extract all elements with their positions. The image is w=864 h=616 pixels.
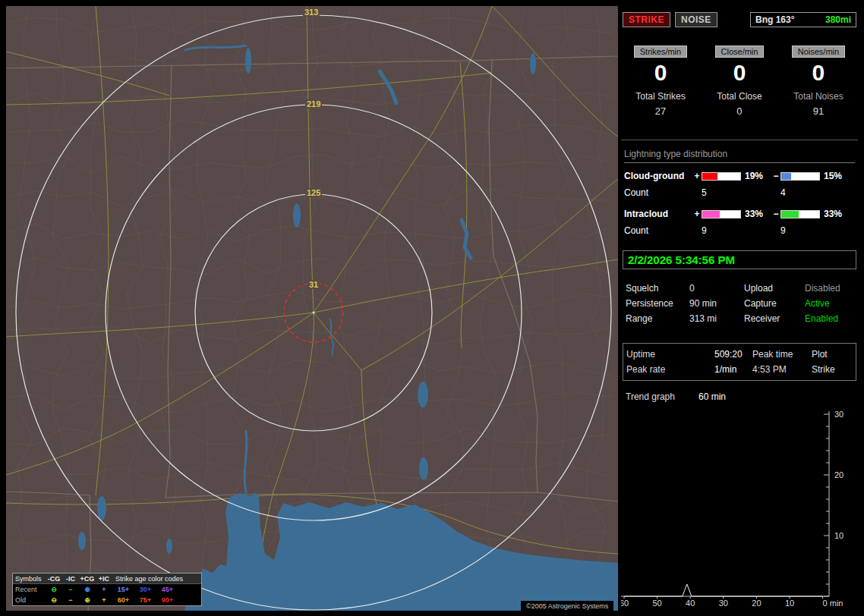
receiver-status: Enabled (805, 313, 838, 324)
x-axis-labels: 6050403020100 min (621, 599, 844, 608)
y-axis-labels: 302010 (834, 410, 844, 540)
stats-row: Uptime 509:20 Peak time Plot (626, 347, 853, 362)
range-label: Range (626, 313, 689, 324)
cg-negative-gauge (780, 172, 820, 181)
svg-text:40: 40 (686, 599, 695, 608)
range-ring-label-313: 313 (303, 8, 320, 17)
legend-age-header: Strike age color codes (112, 575, 199, 583)
cg-count-row: Count 5 4 (624, 187, 855, 198)
legend-row-label: Recent (15, 586, 46, 593)
peak-time-label: Peak time (752, 349, 812, 360)
strikes-per-min-value: 0 (621, 61, 700, 85)
svg-text:30: 30 (719, 599, 728, 608)
persistence-label: Persistence (626, 298, 689, 309)
trend-graph-window: 60 min (698, 391, 726, 402)
settings-row: Squelch 0 Upload Disabled (626, 281, 856, 296)
trend-graph-label: Trend graph (626, 391, 698, 402)
range-value: 313 mi (689, 313, 744, 324)
total-close-label: Total Close (700, 91, 779, 102)
total-strikes-value: 27 (621, 105, 700, 117)
svg-text:0 min: 0 min (823, 599, 844, 608)
total-close-value: 0 (700, 105, 779, 117)
svg-text:60: 60 (621, 599, 629, 608)
range-ring-label-125: 125 (305, 188, 322, 197)
ic-negative-count: 9 (780, 225, 820, 236)
bearing-value: Bng 163° (755, 14, 794, 25)
plus-sign: + (692, 171, 702, 181)
capture-status: Active (805, 298, 830, 309)
plot-label: Plot (812, 349, 828, 360)
bearing-readout: Bng 163° 380mi (750, 12, 856, 27)
persistence-value: 90 min (689, 298, 744, 309)
age-code-30: 30+ (134, 586, 156, 593)
old-pos-ic-symbol: + (96, 596, 112, 604)
count-label: Count (624, 225, 692, 236)
map-canvas (6, 6, 618, 611)
upload-status: Disabled (805, 283, 840, 294)
old-neg-ic-symbol: − (62, 596, 79, 604)
svg-text:10: 10 (834, 531, 844, 540)
counter-close: Close/min 0 Total Close 0 (700, 46, 779, 117)
ic-negative-pct: 33% (820, 209, 850, 219)
counter-strikes: Strikes/min 0 Total Strikes 27 (621, 46, 700, 117)
age-code-45: 45+ (156, 586, 178, 593)
minus-sign: − (771, 171, 780, 181)
peak-time-value: 4:53 PM (752, 364, 812, 375)
rate-counters: Strikes/min 0 Total Strikes 27 Close/min… (621, 46, 858, 117)
legend-row-old: Old ⊖ − ⊕ + 60+ 75+ 90+ (13, 595, 201, 605)
stats-row: Peak rate 1/min 4:53 PM Strike (626, 362, 853, 377)
uptime-stats-box: Uptime 509:20 Peak time Plot Peak rate 1… (623, 343, 856, 381)
ic-positive-pct: 33% (741, 209, 771, 219)
minus-sign: − (771, 209, 780, 219)
section-divider (621, 140, 858, 140)
svg-text:20: 20 (834, 470, 844, 479)
cg-positive-gauge (702, 172, 741, 181)
noises-per-min-value: 0 (779, 61, 858, 85)
close-per-min-value: 0 (700, 61, 779, 85)
cg-negative-pct: 15% (820, 171, 850, 181)
svg-text:50: 50 (652, 599, 661, 608)
strikes-per-min-chip[interactable]: Strikes/min (634, 46, 687, 58)
svg-text:30: 30 (834, 410, 844, 419)
legend-col-pos-cg: +CG (79, 575, 96, 583)
count-label: Count (624, 187, 692, 198)
age-code-15: 15+ (112, 586, 134, 593)
strike-mode-button[interactable]: STRIKE (623, 12, 670, 27)
distribution-row-cloud-ground: Cloud-ground + 19% − 15% (624, 171, 855, 181)
lightning-map[interactable]: 313 219 125 31 Symbols -CG -IC +CG +IC S… (6, 6, 618, 611)
svg-text:10: 10 (785, 599, 794, 608)
plus-sign: + (692, 209, 702, 219)
plot-value: Strike (812, 364, 835, 375)
recent-neg-cg-symbol: ⊖ (46, 586, 62, 593)
copyright-notice: ©2005 Astrogenic Systems (521, 601, 613, 611)
recent-neg-ic-symbol: − (62, 586, 79, 593)
upload-label: Upload (744, 283, 805, 294)
old-pos-cg-symbol: ⊕ (79, 596, 96, 604)
legend-col-neg-cg: -CG (46, 575, 62, 583)
squelch-label: Squelch (626, 283, 689, 294)
svg-text:20: 20 (752, 599, 761, 608)
total-noises-label: Total Noises (779, 91, 858, 102)
legend-row-recent: Recent ⊖ − ⊕ + 15+ 30+ 45+ (13, 584, 201, 595)
mode-toolbar: STRIKE NOISE Bng 163° 380mi (623, 12, 856, 27)
age-code-75: 75+ (134, 596, 156, 604)
age-code-90: 90+ (156, 596, 178, 604)
ic-positive-gauge (702, 210, 741, 218)
y-axis-ticks (824, 414, 829, 596)
total-strikes-label: Total Strikes (621, 91, 700, 102)
legend-col-neg-ic: -IC (62, 575, 79, 583)
ic-positive-count: 9 (702, 225, 741, 236)
distribution-title: Lightning type distribution (624, 149, 855, 163)
settings-row: Persistence 90 min Capture Active (626, 296, 856, 311)
range-ring-label-219: 219 (305, 99, 322, 108)
old-neg-cg-symbol: ⊖ (46, 596, 62, 604)
receiver-location-marker (313, 312, 315, 314)
peak-rate-label: Peak rate (626, 364, 714, 375)
noise-mode-button[interactable]: NOISE (675, 12, 717, 27)
noises-per-min-chip[interactable]: Noises/min (792, 46, 845, 58)
close-per-min-chip[interactable]: Close/min (715, 46, 765, 58)
squelch-value: 0 (689, 283, 744, 294)
capture-label: Capture (744, 298, 805, 309)
counter-noises: Noises/min 0 Total Noises 91 (779, 46, 858, 117)
settings-readout: Squelch 0 Upload Disabled Persistence 90… (626, 281, 856, 326)
